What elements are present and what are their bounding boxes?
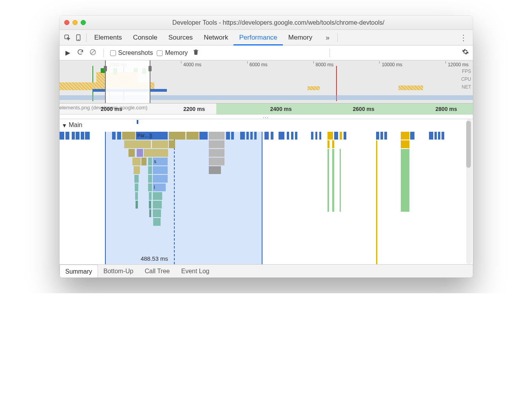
reload-button[interactable] xyxy=(76,49,85,57)
flame-slice[interactable] xyxy=(148,166,152,174)
flame-slice[interactable] xyxy=(291,132,293,140)
flame-slice[interactable] xyxy=(231,132,234,140)
flame-slice[interactable] xyxy=(141,158,147,165)
flame-slice[interactable] xyxy=(332,140,334,148)
flame-slice[interactable] xyxy=(254,132,257,140)
flame-slice[interactable] xyxy=(340,149,341,212)
flame-slice[interactable] xyxy=(226,132,230,140)
flame-slice[interactable] xyxy=(340,132,342,140)
tab-event-log[interactable]: Event Log xyxy=(176,265,215,278)
flame-slice[interactable] xyxy=(144,149,168,157)
flame-slice[interactable] xyxy=(148,175,152,183)
tab-bottom-up[interactable]: Bottom-Up xyxy=(98,265,139,278)
flame-slice[interactable] xyxy=(137,149,143,157)
flame-slice[interactable] xyxy=(240,132,245,140)
flame-slice[interactable] xyxy=(153,166,168,174)
flame-slice[interactable] xyxy=(384,132,387,140)
flame-slice[interactable] xyxy=(264,132,268,140)
device-toggle-icon[interactable] xyxy=(73,32,84,43)
record-button[interactable]: ▶ xyxy=(63,49,72,56)
memory-checkbox[interactable]: Memory xyxy=(157,49,188,56)
minimize-button[interactable] xyxy=(72,20,78,25)
flame-slice[interactable] xyxy=(287,132,289,140)
flame-slice[interactable] xyxy=(209,140,224,148)
flame-slice[interactable] xyxy=(311,132,313,140)
main-caret-icon[interactable]: ▼ xyxy=(62,122,67,129)
flame-slice[interactable] xyxy=(319,132,321,140)
flame-slice-l[interactable]: l xyxy=(153,183,166,191)
flame-slice[interactable] xyxy=(148,183,152,191)
flame-slice[interactable] xyxy=(149,201,151,209)
flame-slice[interactable] xyxy=(128,149,135,157)
flame-slice[interactable] xyxy=(199,132,208,140)
flame-slice[interactable] xyxy=(380,132,383,140)
flame-slice[interactable] xyxy=(328,132,333,140)
flame-slice[interactable] xyxy=(209,149,224,157)
main-thread[interactable]: ▼ Main 488.53 ms Par…]) xyxy=(60,119,473,264)
flame-slice[interactable] xyxy=(153,201,162,209)
screenshots-checkbox[interactable]: Screenshots xyxy=(110,49,153,56)
flame-slice[interactable] xyxy=(134,175,138,183)
close-button[interactable] xyxy=(64,20,69,25)
flame-slice[interactable] xyxy=(376,140,377,264)
time-cursor[interactable] xyxy=(174,132,175,264)
overview-handle-right[interactable] xyxy=(148,66,152,71)
tab-summary[interactable]: Summary xyxy=(60,265,98,278)
scrollbar-thumb[interactable] xyxy=(466,121,471,168)
flame-slice[interactable] xyxy=(136,201,138,209)
tab-memory[interactable]: Memory xyxy=(283,30,318,45)
flame-slice[interactable] xyxy=(246,132,249,140)
settings-gear-icon[interactable] xyxy=(462,48,469,57)
flame-slice[interactable] xyxy=(76,132,80,140)
overview-timeline[interactable]: 2000 ms 4000 ms 6000 ms 8000 ms 10000 ms… xyxy=(60,60,473,103)
scrollbar[interactable] xyxy=(467,119,472,264)
flame-slice[interactable] xyxy=(132,158,141,165)
flame-slice[interactable] xyxy=(134,166,140,174)
tab-sources[interactable]: Sources xyxy=(163,30,198,45)
flame-slice[interactable] xyxy=(209,158,224,165)
flame-slice[interactable] xyxy=(442,132,444,140)
flame-slice[interactable] xyxy=(60,132,64,140)
flame-slice[interactable] xyxy=(149,209,151,217)
flame-slice[interactable] xyxy=(279,132,284,140)
flame-slice[interactable] xyxy=(153,218,161,226)
flame-slice[interactable] xyxy=(334,132,338,140)
tab-call-tree[interactable]: Call Tree xyxy=(139,265,176,278)
tabs-overflow[interactable]: » xyxy=(320,30,335,45)
flame-slice[interactable] xyxy=(429,132,433,140)
flame-slice[interactable] xyxy=(328,140,329,148)
tab-elements[interactable]: Elements xyxy=(89,30,128,45)
flame-slice[interactable] xyxy=(186,132,199,140)
collapsed-tracks[interactable]: ... xyxy=(60,114,473,119)
flame-slice[interactable] xyxy=(434,132,437,140)
flame-slice[interactable] xyxy=(65,132,69,140)
flame-slice[interactable] xyxy=(315,132,317,140)
flame-slice[interactable] xyxy=(149,192,152,200)
flame-slice[interactable] xyxy=(209,166,221,174)
tab-console[interactable]: Console xyxy=(127,30,163,45)
flame-slice[interactable] xyxy=(122,132,135,140)
flame-slice[interactable] xyxy=(135,183,138,191)
flame-slice[interactable] xyxy=(328,149,329,212)
flame-slice[interactable] xyxy=(295,132,297,140)
flame-slice[interactable] xyxy=(153,192,162,200)
flame-slice[interactable] xyxy=(271,132,273,140)
flame-slice-parse[interactable]: Par…]) xyxy=(136,132,168,140)
flame-slice[interactable] xyxy=(401,140,410,148)
flame-slice[interactable] xyxy=(332,149,334,212)
flame-slice[interactable] xyxy=(209,132,224,140)
zoom-ruler[interactable]: elements.png (developers.google.com) 200… xyxy=(60,103,473,114)
flame-slice[interactable] xyxy=(72,132,75,140)
flame-slice[interactable] xyxy=(153,175,168,183)
flame-slice[interactable] xyxy=(169,132,185,140)
flame-slice[interactable] xyxy=(401,132,410,140)
flame-slice[interactable] xyxy=(401,149,410,212)
flame-chart[interactable]: 488.53 ms Par…]) xyxy=(60,132,466,264)
tab-performance[interactable]: Performance xyxy=(233,30,282,45)
kebab-menu-icon[interactable]: ⋮ xyxy=(456,33,470,42)
flame-slice[interactable] xyxy=(376,132,379,140)
flame-slice[interactable] xyxy=(117,132,121,140)
flame-slice[interactable] xyxy=(169,140,175,148)
clear-button[interactable] xyxy=(89,49,97,57)
flame-slice[interactable] xyxy=(410,132,414,140)
